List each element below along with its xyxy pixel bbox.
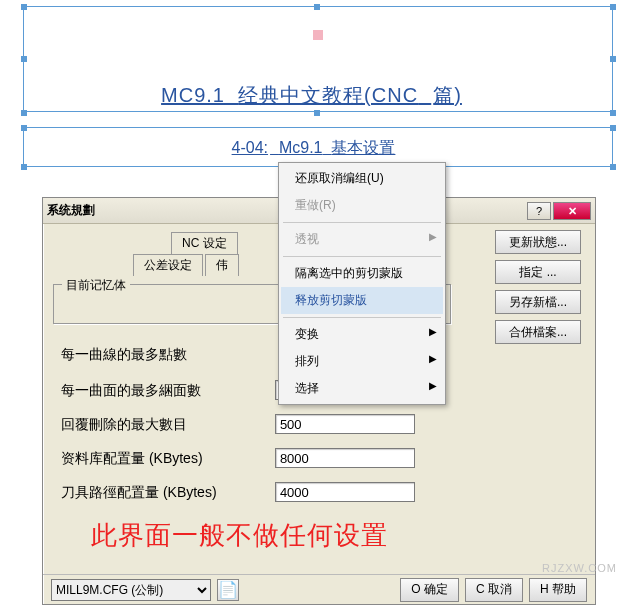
- assign-button[interactable]: 指定 ...: [495, 260, 581, 284]
- group-label: 目前记忆体: [62, 277, 130, 294]
- menu-redo: 重做(R): [281, 192, 443, 219]
- help-button[interactable]: ?: [527, 202, 551, 220]
- help-button-footer[interactable]: H 帮助: [529, 578, 587, 602]
- selection-handle[interactable]: [610, 125, 616, 131]
- merge-file-button[interactable]: 合併檔案...: [495, 320, 581, 344]
- close-button[interactable]: ✕: [553, 202, 591, 220]
- tab-other[interactable]: 伟: [205, 254, 239, 276]
- undo-max-input[interactable]: [275, 414, 415, 434]
- cancel-button[interactable]: C 取消: [465, 578, 523, 602]
- ok-button[interactable]: O 确定: [400, 578, 459, 602]
- menu-isolate[interactable]: 隔离选中的剪切蒙版: [281, 260, 443, 287]
- toolpath-alloc-input[interactable]: [275, 482, 415, 502]
- menu-transform[interactable]: 变换▶: [281, 321, 443, 348]
- menu-perspective: 透视▶: [281, 226, 443, 253]
- selection-handle[interactable]: [21, 164, 27, 170]
- selection-handle[interactable]: [21, 110, 27, 116]
- browse-icon[interactable]: 📄: [217, 579, 239, 601]
- red-annotation: 此界面一般不做任何设置: [91, 518, 388, 553]
- menu-separator: [283, 256, 441, 257]
- tab-nc[interactable]: NC 设定: [171, 232, 238, 254]
- selection-handle[interactable]: [610, 164, 616, 170]
- document-title: MC9.1 经典中文教程(CNC 篇): [161, 82, 464, 109]
- tab-tolerance[interactable]: 公差设定: [133, 254, 203, 276]
- selection-handle[interactable]: [314, 110, 320, 116]
- selection-handle[interactable]: [610, 4, 616, 10]
- row-db-alloc: 资料库配置量 (KBytes): [61, 448, 415, 468]
- submenu-arrow-icon: ▶: [429, 326, 437, 337]
- selection-handle[interactable]: [21, 56, 27, 62]
- row-toolpath-alloc: 刀具路徑配置量 (KBytes): [61, 482, 415, 502]
- selection-handle[interactable]: [21, 125, 27, 131]
- selection-handle[interactable]: [314, 4, 320, 10]
- window-title: 系统規劃: [47, 202, 95, 219]
- selection-handle[interactable]: [21, 4, 27, 10]
- document-subtitle: 4-04: Mc9.1 基本设置: [230, 138, 396, 159]
- update-status-button[interactable]: 更新狀態...: [495, 230, 581, 254]
- menu-separator: [283, 317, 441, 318]
- save-as-button[interactable]: 另存新檔...: [495, 290, 581, 314]
- db-alloc-input[interactable]: [275, 448, 415, 468]
- context-menu: 还原取消编组(U) 重做(R) 透视▶ 隔离选中的剪切蒙版 释放剪切蒙版 变换▶…: [278, 162, 446, 405]
- menu-select[interactable]: 选择▶: [281, 375, 443, 402]
- submenu-arrow-icon: ▶: [429, 231, 437, 242]
- selection-handle[interactable]: [610, 56, 616, 62]
- menu-undo-group[interactable]: 还原取消编组(U): [281, 165, 443, 192]
- selection-handle[interactable]: [610, 110, 616, 116]
- menu-separator: [283, 222, 441, 223]
- menu-arrange[interactable]: 排列▶: [281, 348, 443, 375]
- watermark: RJZXW.COM: [542, 562, 617, 574]
- submenu-arrow-icon: ▶: [429, 353, 437, 364]
- menu-release-clip-mask[interactable]: 释放剪切蒙版: [281, 287, 443, 314]
- submenu-arrow-icon: ▶: [429, 380, 437, 391]
- row-undo-max: 回覆刪除的最大數目: [61, 414, 415, 434]
- side-buttons: 更新狀態... 指定 ... 另存新檔... 合併檔案...: [495, 230, 581, 350]
- config-file-select[interactable]: MILL9M.CFG (公制): [51, 579, 211, 601]
- anchor-point[interactable]: [313, 30, 323, 40]
